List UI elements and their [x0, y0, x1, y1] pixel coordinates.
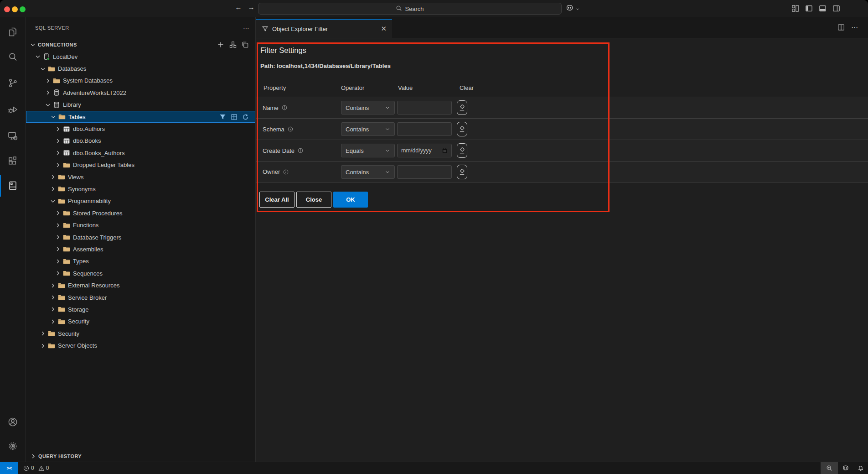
clear-all-button[interactable]: Clear All: [259, 192, 294, 208]
operator-select-name[interactable]: Contains: [341, 101, 395, 115]
clear-filter-button-name[interactable]: [457, 100, 467, 115]
tree-item-system-databases[interactable]: System Databases: [26, 75, 255, 87]
tree-item-databases[interactable]: Databases: [26, 63, 255, 74]
chevron-right-icon[interactable]: [54, 161, 62, 169]
clear-filter-button-create-date[interactable]: [457, 143, 467, 158]
chevron-down-icon[interactable]: [44, 101, 52, 109]
clear-filter-button-schema[interactable]: [457, 122, 467, 136]
chevron-right-icon[interactable]: [54, 149, 62, 156]
tree-item-service-broker[interactable]: Service Broker: [26, 292, 255, 303]
chevron-right-icon[interactable]: [39, 330, 46, 337]
command-center-search[interactable]: Search: [258, 3, 562, 15]
tree-item-security[interactable]: Security: [26, 316, 255, 328]
chevron-right-icon[interactable]: [44, 89, 52, 96]
remote-indicator[interactable]: ><: [0, 462, 18, 474]
tree-item-dbo-books-authors[interactable]: dbo.Books_Authors: [26, 147, 255, 159]
chevron-right-icon[interactable]: [49, 185, 57, 193]
info-icon[interactable]: [283, 169, 289, 175]
connection-groups-icon[interactable]: [229, 41, 237, 48]
bell-icon[interactable]: [853, 462, 868, 474]
maximize-window-button[interactable]: [20, 6, 26, 12]
chevron-right-icon[interactable]: [49, 282, 57, 289]
tree-item-dbo-books[interactable]: dbo.Books: [26, 135, 255, 147]
activity-bar-item-extensions[interactable]: [0, 151, 26, 171]
tree-item-tables[interactable]: Tables: [26, 111, 255, 123]
chevron-right-icon[interactable]: [54, 245, 62, 253]
chevron-right-icon[interactable]: [54, 222, 62, 229]
operator-select-schema[interactable]: Contains: [341, 122, 395, 136]
clear-filter-button-owner[interactable]: [457, 165, 467, 179]
query-history-section-header[interactable]: QUERY HISTORY: [26, 450, 255, 462]
info-icon[interactable]: [288, 126, 293, 132]
chevron-down-icon[interactable]: [50, 113, 57, 120]
problems-status[interactable]: 0 0: [23, 465, 49, 471]
tree-item-dropped-ledger-tables[interactable]: Dropped Ledger Tables: [26, 159, 255, 171]
table-grid-action-icon[interactable]: [231, 114, 238, 120]
activity-bar-item-account[interactable]: [0, 412, 26, 432]
chevron-right-icon[interactable]: [54, 258, 62, 265]
close-tab-icon[interactable]: ✕: [381, 25, 387, 33]
info-icon[interactable]: [282, 105, 287, 110]
activity-bar-item-remote-explorer[interactable]: [0, 126, 26, 146]
chevron-right-icon[interactable]: [49, 173, 57, 181]
activity-bar-item-search[interactable]: [0, 47, 26, 67]
chevron-right-icon[interactable]: [49, 306, 57, 313]
chevron-down-icon[interactable]: [49, 198, 57, 205]
operator-select-create-date[interactable]: Equals: [341, 144, 395, 157]
value-input-schema[interactable]: [397, 122, 452, 136]
connections-section-header[interactable]: CONNECTIONS: [26, 39, 255, 51]
chevron-right-icon[interactable]: [54, 137, 62, 145]
chevron-right-icon[interactable]: [44, 77, 52, 84]
navigate-back-icon[interactable]: ←: [233, 3, 243, 11]
editor-more-actions-icon[interactable]: ⋯: [851, 23, 858, 31]
copilot-icon[interactable]: [838, 462, 853, 474]
tree-item-functions[interactable]: Functions: [26, 219, 255, 231]
chevron-right-icon[interactable]: [54, 270, 62, 277]
chevron-down-icon[interactable]: [34, 53, 41, 60]
value-input-create-date[interactable]: mm/dd/yyyy: [397, 144, 452, 157]
info-icon[interactable]: [298, 148, 303, 153]
tree-item-sequences[interactable]: Sequences: [26, 267, 255, 279]
more-actions-icon[interactable]: ⋯: [243, 24, 250, 31]
chevron-right-icon[interactable]: [54, 125, 62, 133]
toggle-primary-sidebar-icon[interactable]: [805, 5, 813, 12]
chevron-right-icon[interactable]: [49, 294, 57, 301]
tree-item-programmability[interactable]: Programmability: [26, 195, 255, 207]
tree-item-types[interactable]: Types: [26, 255, 255, 267]
collapse-all-icon[interactable]: [242, 41, 249, 48]
activity-bar-item-settings[interactable]: [0, 436, 26, 456]
refresh-action-icon[interactable]: [242, 114, 249, 120]
toggle-panel-icon[interactable]: [819, 5, 827, 12]
add-connection-icon[interactable]: [217, 41, 224, 48]
customize-layout-icon[interactable]: [791, 5, 799, 12]
zoom-in-icon[interactable]: [821, 462, 838, 474]
tab-object-explorer-filter[interactable]: Object Explorer Filter ✕: [256, 19, 392, 38]
chevron-right-icon[interactable]: [49, 318, 57, 325]
tree-item-storage[interactable]: Storage: [26, 303, 255, 315]
chevron-right-icon[interactable]: [54, 209, 62, 217]
ok-button[interactable]: OK: [333, 192, 368, 208]
tree-item-assemblies[interactable]: Assemblies: [26, 243, 255, 255]
value-input-owner[interactable]: [397, 165, 452, 179]
chevron-right-icon[interactable]: [39, 342, 46, 349]
toggle-secondary-sidebar-icon[interactable]: [832, 5, 840, 12]
copilot-menu[interactable]: [565, 4, 580, 14]
split-editor-icon[interactable]: [837, 24, 845, 31]
activity-bar-item-sql-server[interactable]: [0, 176, 26, 196]
tree-item-views[interactable]: Views: [26, 171, 255, 183]
tree-item-library[interactable]: Library: [26, 99, 255, 111]
close-button[interactable]: Close: [296, 192, 331, 208]
tree-item-localdev[interactable]: LocalDev: [26, 51, 255, 63]
tree-item-security[interactable]: Security: [26, 328, 255, 339]
minimize-window-button[interactable]: [12, 6, 18, 12]
filter-action-icon[interactable]: [219, 114, 226, 120]
tree-item-stored-procedures[interactable]: Stored Procedures: [26, 207, 255, 219]
activity-bar-item-explorer[interactable]: [0, 22, 26, 42]
activity-bar-item-run-and-debug[interactable]: [0, 99, 26, 120]
activity-bar-item-source-control[interactable]: [0, 73, 26, 93]
navigate-forward-icon[interactable]: →: [246, 3, 256, 11]
chevron-right-icon[interactable]: [54, 234, 62, 241]
tree-item-synonyms[interactable]: Synonyms: [26, 183, 255, 195]
value-input-name[interactable]: [397, 101, 452, 115]
tree-item-server-objects[interactable]: Server Objects: [26, 339, 255, 351]
